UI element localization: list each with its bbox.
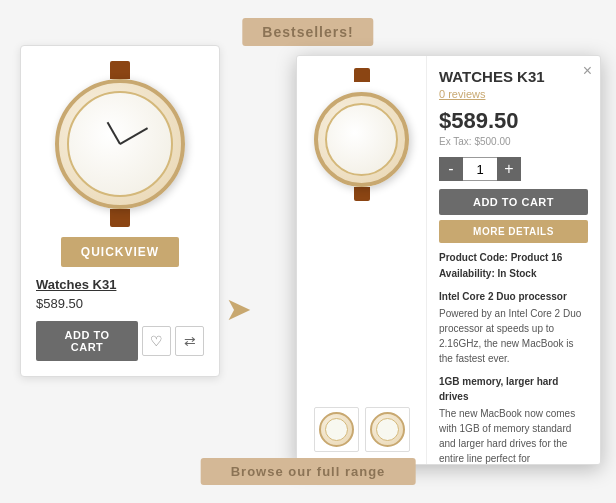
modal-image-panel	[297, 56, 427, 464]
modal-add-to-cart-button[interactable]: ADD TO CART	[439, 189, 588, 215]
strap-top	[110, 61, 130, 79]
arrow-icon: ➤	[225, 290, 252, 328]
quantity-row: - +	[439, 157, 588, 181]
minute-hand	[120, 127, 148, 144]
strap-bottom	[110, 209, 130, 227]
wishlist-button[interactable]: ♡	[142, 326, 171, 356]
quickview-button[interactable]: QUICKVIEW	[61, 237, 179, 267]
desc-body-1: Powered by an Intel Core 2 Duo processor…	[439, 306, 588, 366]
thumbnail-2[interactable]	[365, 407, 410, 452]
thumb-watch-face-2	[376, 418, 399, 441]
card-actions: ADD TO CART ♡ ⇄	[36, 321, 204, 361]
compare-button[interactable]: ⇄	[175, 326, 204, 356]
bg-text-bottom: Browse our full range	[201, 458, 416, 485]
thumb-watch-face-1	[325, 418, 348, 441]
desc-title-2: 1GB memory, larger hard drives	[439, 374, 588, 404]
modal-content: WATCHES K31 0 reviews $589.50 Ex Tax: $5…	[297, 56, 600, 464]
qty-input[interactable]	[463, 157, 497, 181]
modal-more-details-button[interactable]: MORE DETAILS	[439, 220, 588, 243]
thumb-watch-1	[319, 412, 354, 447]
product-code-label: Product Code:	[439, 252, 508, 263]
hour-hand	[107, 122, 121, 145]
modal-strap-top	[354, 68, 370, 82]
modal-tax: Ex Tax: $500.00	[439, 136, 588, 147]
watch-body	[55, 79, 185, 209]
modal-product-image	[314, 68, 409, 201]
quickview-modal: ×	[296, 55, 601, 465]
thumbnail-row	[314, 397, 410, 452]
qty-minus-button[interactable]: -	[439, 157, 463, 181]
product-image	[36, 61, 204, 227]
desc-body-2: The new MacBook now comes with 1GB of me…	[439, 406, 588, 464]
add-to-cart-button[interactable]: ADD TO CART	[36, 321, 138, 361]
modal-reviews[interactable]: 0 reviews	[439, 88, 588, 100]
modal-strap-bottom	[354, 187, 370, 201]
product-code-row: Product Code: Product 16	[439, 251, 588, 265]
availability-value: In Stock	[498, 268, 537, 279]
modal-details-panel: WATCHES K31 0 reviews $589.50 Ex Tax: $5…	[427, 56, 600, 464]
watch-face	[67, 91, 173, 197]
product-code-value: Product 16	[511, 252, 563, 263]
desc-title-1: Intel Core 2 Duo processor	[439, 289, 588, 304]
bg-text-top: Bestsellers!	[242, 18, 373, 46]
desc-section-2: 1GB memory, larger hard drives The new M…	[439, 374, 588, 464]
desc-section-1: Intel Core 2 Duo processor Powered by an…	[439, 289, 588, 366]
modal-close-button[interactable]: ×	[583, 62, 592, 80]
modal-watch-body	[314, 92, 409, 187]
product-name: Watches K31	[36, 277, 204, 292]
modal-price: $589.50	[439, 108, 588, 134]
thumb-watch-2	[370, 412, 405, 447]
modal-watch-face	[325, 103, 398, 176]
modal-title: WATCHES K31	[439, 68, 588, 85]
thumbnail-1[interactable]	[314, 407, 359, 452]
product-card: QUICKVIEW Watches K31 $589.50 ADD TO CAR…	[20, 45, 220, 377]
qty-plus-button[interactable]: +	[497, 157, 521, 181]
availability-label: Availability:	[439, 268, 495, 279]
availability-row: Availability: In Stock	[439, 267, 588, 281]
product-price: $589.50	[36, 296, 204, 311]
